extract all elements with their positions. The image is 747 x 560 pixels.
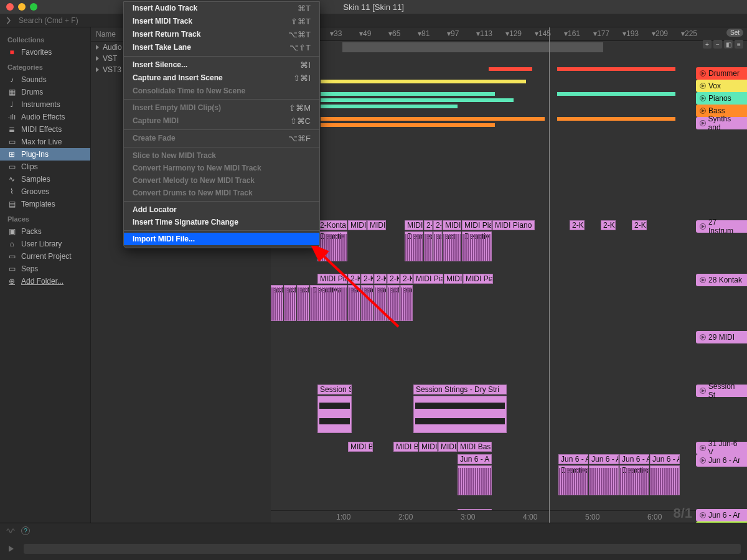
clip[interactable]: Deactiv: [317, 231, 347, 261]
overview-clip[interactable]: [458, 92, 495, 96]
track-play-icon[interactable]: [700, 445, 706, 451]
sidebar-item-plugins[interactable]: ⊞Plug-Ins: [0, 148, 90, 161]
playhead[interactable]: [549, 27, 550, 523]
track-header[interactable]: Pianos: [696, 92, 747, 105]
track-play-icon[interactable]: [700, 388, 706, 394]
clip[interactable]: 2-K: [348, 274, 360, 284]
clip[interactable]: Jun 6 - A: [589, 454, 619, 464]
sidebar-item-templates[interactable]: ▤Templates: [0, 198, 90, 210]
clip[interactable]: 2-Ko: [570, 220, 585, 230]
overview-clip[interactable]: [321, 98, 514, 102]
track-play-icon[interactable]: [700, 223, 706, 230]
track-header[interactable]: Synths and: [696, 117, 747, 129]
add-lane-icon[interactable]: +: [703, 40, 712, 49]
clip[interactable]: Deactiva: [558, 465, 588, 495]
audio-clip[interactable]: [589, 465, 619, 495]
loop-brace[interactable]: [342, 42, 603, 52]
sidebar-item-grooves[interactable]: ⌇Grooves: [0, 185, 90, 198]
clip[interactable]: MIDI: [443, 220, 461, 230]
clip[interactable]: eact: [374, 285, 387, 321]
sidebar-item-midifx[interactable]: ≣MIDI Effects: [0, 123, 90, 136]
clip[interactable]: 2-K: [374, 274, 387, 284]
sidebar-item-instruments[interactable]: ♩Instruments: [0, 98, 90, 111]
clip[interactable]: MIDI: [367, 220, 386, 230]
waveform-icon[interactable]: [6, 526, 16, 536]
clip[interactable]: 2-Ko: [601, 220, 616, 230]
clip[interactable]: MIDI Ba: [348, 442, 373, 452]
sidebar-item-drums[interactable]: ▦Drums: [0, 86, 90, 98]
overview-clip[interactable]: [321, 117, 545, 121]
clip[interactable]: MIDI: [405, 220, 423, 230]
menu-item[interactable]: Insert MIDI Track⇧⌘T: [124, 15, 319, 28]
sidebar-item-m4l[interactable]: ▭Max for Live: [0, 136, 90, 148]
clip[interactable]: 2-Konta: [317, 220, 347, 230]
sidebar-place-packs[interactable]: ▣Packs: [0, 225, 90, 238]
menu-item[interactable]: Import MIDI File...: [124, 233, 319, 245]
sidebar-place-project[interactable]: ▭Current Project: [0, 250, 90, 263]
audio-clip[interactable]: [317, 396, 352, 433]
track-play-icon[interactable]: [700, 512, 706, 518]
track-header[interactable]: 28 Kontak: [696, 274, 747, 286]
remove-lane-icon[interactable]: −: [713, 40, 722, 49]
track-header[interactable]: Jun 6 - Ar: [696, 509, 747, 521]
clip[interactable]: Deactiva: [310, 285, 347, 321]
audio-clip[interactable]: [650, 465, 680, 495]
menu-item[interactable]: Insert Silence...⌘I: [124, 58, 319, 72]
track-play-icon[interactable]: [700, 70, 706, 77]
track-header[interactable]: 29 MIDI: [696, 331, 747, 343]
view-option2-icon[interactable]: ≡: [735, 40, 743, 49]
clip[interactable]: 2-Ko: [632, 220, 647, 230]
clip[interactable]: 2-K: [400, 274, 413, 284]
bar-ruler[interactable]: Set ▾33▾49▾65▾81▾97▾113▾129▾145▾161▾177▾…: [271, 27, 747, 41]
scrub-bar[interactable]: [24, 544, 741, 554]
clip[interactable]: 2-K: [433, 220, 442, 230]
clip[interactable]: act: [297, 285, 309, 321]
track-header[interactable]: Drummer: [696, 67, 747, 80]
sidebar-place-folder[interactable]: ▭Seps: [0, 263, 90, 275]
clip[interactable]: Jun 6 - A: [650, 454, 680, 464]
clip[interactable]: MIDI Piano: [492, 220, 535, 230]
track-play-icon[interactable]: [700, 120, 706, 126]
clip[interactable]: Jun 6 - A: [619, 454, 649, 464]
window-minimize[interactable]: [18, 3, 26, 11]
sidebar-item-samples[interactable]: ∿Samples: [0, 173, 90, 185]
view-option-icon[interactable]: ◧: [724, 40, 733, 49]
clip[interactable]: MIDI Pia: [413, 274, 443, 284]
clip[interactable]: MIDI Ba: [393, 442, 418, 452]
overview-clip[interactable]: [489, 67, 532, 71]
sidebar-place-userlib[interactable]: ⌂User Library: [0, 238, 90, 250]
menu-item[interactable]: Capture and Insert Scene⇧⌘I: [124, 72, 319, 85]
clip[interactable]: Deactiv: [462, 231, 492, 261]
sidebar-item-clips[interactable]: ▭Clips: [0, 161, 90, 173]
track-play-icon[interactable]: [700, 83, 706, 89]
clip[interactable]: act: [443, 231, 461, 261]
overview-clip[interactable]: [557, 92, 675, 96]
clip[interactable]: act: [271, 285, 283, 321]
track-play-icon[interactable]: [700, 277, 706, 283]
track-play-icon[interactable]: [700, 95, 706, 101]
sidebar-place-addfolder[interactable]: ⊕Add Folder...: [0, 275, 90, 287]
window-maximize[interactable]: [30, 3, 37, 11]
track-header[interactable]: Jun 6 - Ar: [696, 454, 747, 467]
track-header[interactable]: 27 Instrum: [696, 220, 747, 233]
clip[interactable]: act: [433, 231, 442, 261]
menu-item[interactable]: Insert Return Track⌥⌘T: [124, 28, 319, 41]
sidebar-item-audiofx[interactable]: ·ılıAudio Effects: [0, 111, 90, 123]
overview-clip[interactable]: [321, 105, 458, 108]
clip[interactable]: eact: [348, 285, 360, 321]
overview-clip[interactable]: [489, 80, 526, 83]
clip[interactable]: 2-K: [387, 274, 400, 284]
clip[interactable]: act: [284, 285, 296, 321]
clip[interactable]: 2-K: [424, 220, 433, 230]
menu-item[interactable]: Add Locator: [124, 203, 319, 216]
sidebar-favorites[interactable]: ■ Favorites: [0, 46, 90, 58]
help-icon[interactable]: ?: [21, 526, 30, 535]
play-button[interactable]: [5, 543, 17, 555]
sidebar-item-sounds[interactable]: ♪Sounds: [0, 73, 90, 86]
overview-clip[interactable]: [557, 67, 675, 71]
clip[interactable]: MIDI Pia: [463, 274, 493, 284]
menu-item[interactable]: Insert Take Lane⌥⇧T: [124, 41, 319, 54]
track-play-icon[interactable]: [700, 457, 706, 464]
clip[interactable]: MIDI: [419, 442, 438, 452]
clip[interactable]: MIDI: [348, 220, 367, 230]
